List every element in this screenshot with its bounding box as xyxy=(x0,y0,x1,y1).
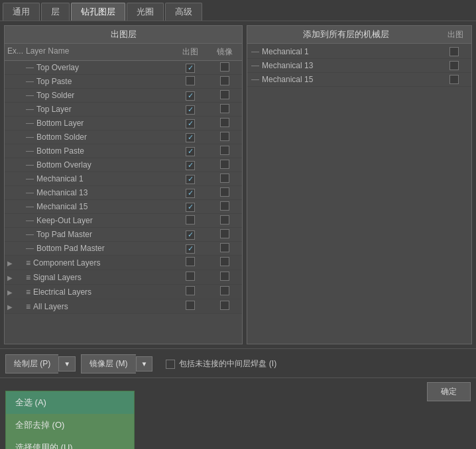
group-print-checkbox[interactable] xyxy=(186,286,195,295)
layer-mirror-5[interactable] xyxy=(208,132,242,143)
layer-print-10[interactable] xyxy=(173,201,208,212)
mirror-checkbox[interactable] xyxy=(220,104,229,113)
group-mirror-2[interactable] xyxy=(208,286,242,297)
layer-print-13[interactable] xyxy=(173,243,208,254)
tab-general[interactable]: 通用 xyxy=(3,3,40,21)
print-checkbox[interactable] xyxy=(186,244,195,254)
mirror-checkbox[interactable] xyxy=(220,160,229,169)
group-print-checkbox[interactable] xyxy=(186,257,195,266)
layer-print-1[interactable] xyxy=(173,76,208,87)
mirror-checkbox[interactable] xyxy=(220,187,229,197)
layer-mirror-7[interactable] xyxy=(208,160,242,171)
layer-mirror-3[interactable] xyxy=(208,104,242,115)
layer-mirror-13[interactable] xyxy=(208,243,242,254)
mirror-checkbox[interactable] xyxy=(220,215,229,224)
group-row[interactable]: ▶ ≡ All Layers xyxy=(5,299,242,314)
layer-mirror-6[interactable] xyxy=(208,146,242,157)
print-checkbox[interactable] xyxy=(186,147,195,156)
tab-advanced[interactable]: 高级 xyxy=(165,3,202,21)
layer-print-2[interactable] xyxy=(173,90,208,101)
tab-drill[interactable]: 钻孔图层 xyxy=(71,3,125,21)
print-checkbox[interactable] xyxy=(186,105,195,115)
print-checkbox[interactable] xyxy=(186,91,195,101)
print-checkbox[interactable] xyxy=(186,230,195,240)
layer-mirror-1[interactable] xyxy=(208,76,242,87)
group-expand[interactable]: ▶ xyxy=(5,256,23,269)
ok-button[interactable]: 确定 xyxy=(427,382,471,401)
group-mirror-checkbox[interactable] xyxy=(220,286,229,295)
group-expand[interactable]: ▶ xyxy=(5,271,23,283)
layer-print-12[interactable] xyxy=(173,229,208,240)
layer-mirror-11[interactable] xyxy=(208,215,242,226)
group-print-0[interactable] xyxy=(173,257,208,268)
group-mirror-checkbox[interactable] xyxy=(220,257,229,266)
mirror-arrow-button[interactable]: ▼ xyxy=(136,356,153,372)
mirror-checkbox[interactable] xyxy=(220,229,229,238)
print-checkbox[interactable] xyxy=(186,203,195,212)
layer-print-7[interactable] xyxy=(173,160,208,170)
layer-mirror-0[interactable] xyxy=(208,62,242,74)
tab-aperture[interactable]: 光圈 xyxy=(127,3,164,21)
mech-cb-0[interactable] xyxy=(441,47,467,56)
plot-arrow-button[interactable]: ▼ xyxy=(58,356,76,372)
mirror-checkbox[interactable] xyxy=(220,174,229,183)
group-mirror-3[interactable] xyxy=(208,301,242,312)
group-mirror-checkbox[interactable] xyxy=(220,301,229,310)
group-print-3[interactable] xyxy=(173,301,208,312)
mirror-button[interactable]: 镜像层 (M) xyxy=(81,354,135,374)
print-checkbox[interactable] xyxy=(186,215,195,224)
group-mirror-checkbox[interactable] xyxy=(220,272,229,281)
group-print-checkbox[interactable] xyxy=(186,301,195,310)
plot-button[interactable]: 绘制层 (P) xyxy=(5,354,58,374)
mech-cb-2[interactable] xyxy=(441,75,467,84)
group-expand[interactable]: ▶ xyxy=(5,285,23,298)
mirror-checkbox[interactable] xyxy=(220,146,229,155)
dropdown-select-all[interactable]: 全选 (A) xyxy=(6,391,134,414)
mech-checkbox[interactable] xyxy=(449,61,459,70)
layer-print-4[interactable] xyxy=(173,118,208,128)
print-checkbox[interactable] xyxy=(186,175,195,184)
layer-mirror-12[interactable] xyxy=(208,229,242,240)
mech-checkbox[interactable] xyxy=(449,75,459,84)
layer-print-8[interactable] xyxy=(173,174,208,184)
mirror-checkbox[interactable] xyxy=(220,62,229,72)
layer-print-9[interactable] xyxy=(173,187,208,198)
print-checkbox[interactable] xyxy=(186,133,195,142)
print-checkbox[interactable] xyxy=(186,161,195,170)
mech-checkbox[interactable] xyxy=(449,47,459,56)
group-print-checkbox[interactable] xyxy=(186,272,195,281)
print-checkbox[interactable] xyxy=(186,119,195,128)
group-expand[interactable]: ▶ xyxy=(5,300,23,313)
group-print-2[interactable] xyxy=(173,286,208,297)
layer-mirror-4[interactable] xyxy=(208,118,242,129)
group-print-1[interactable] xyxy=(173,272,208,283)
group-mirror-0[interactable] xyxy=(208,257,242,268)
include-unconnected-checkbox[interactable] xyxy=(166,360,175,369)
group-row[interactable]: ▶ ≡ Component Layers xyxy=(5,256,242,270)
group-row[interactable]: ▶ ≡ Electrical Layers xyxy=(5,285,242,299)
mirror-checkbox[interactable] xyxy=(220,243,229,252)
dropdown-deselect-all[interactable]: 全部去掉 (O) xyxy=(6,414,134,436)
mirror-checkbox[interactable] xyxy=(220,90,229,99)
layer-mirror-2[interactable] xyxy=(208,90,242,101)
mirror-checkbox[interactable] xyxy=(220,118,229,127)
mirror-checkbox[interactable] xyxy=(220,201,229,211)
layer-print-5[interactable] xyxy=(173,132,208,142)
tab-layers[interactable]: 层 xyxy=(41,3,70,21)
layer-mirror-10[interactable] xyxy=(208,201,242,213)
layer-print-0[interactable] xyxy=(173,62,208,73)
group-mirror-1[interactable] xyxy=(208,272,242,283)
print-checkbox[interactable] xyxy=(186,76,195,85)
dropdown-select-used[interactable]: 选择使用的 (U) xyxy=(6,436,134,449)
layer-mirror-8[interactable] xyxy=(208,174,242,185)
group-row[interactable]: ▶ ≡ Signal Layers xyxy=(5,270,242,285)
layer-print-3[interactable] xyxy=(173,104,208,115)
layer-mirror-9[interactable] xyxy=(208,187,242,199)
print-checkbox[interactable] xyxy=(186,189,195,198)
mirror-checkbox[interactable] xyxy=(220,132,229,141)
mirror-checkbox[interactable] xyxy=(220,76,229,85)
print-checkbox[interactable] xyxy=(186,64,195,73)
layer-print-6[interactable] xyxy=(173,146,208,156)
mech-cb-1[interactable] xyxy=(441,61,467,70)
layer-print-11[interactable] xyxy=(173,215,208,226)
